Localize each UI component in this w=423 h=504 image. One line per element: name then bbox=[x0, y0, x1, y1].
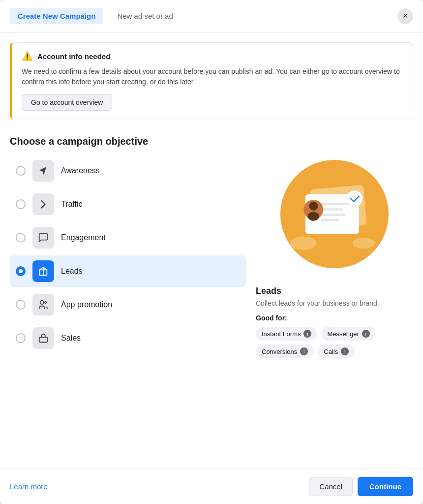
alert-title: Account info needed bbox=[37, 52, 110, 61]
objective-awareness[interactable]: Awareness bbox=[10, 155, 246, 187]
radio-traffic[interactable] bbox=[16, 199, 26, 209]
objective-engagement[interactable]: Engagement bbox=[10, 222, 246, 253]
tag-instant-forms: Instant Forms i bbox=[256, 327, 317, 341]
close-button[interactable]: × bbox=[397, 8, 413, 24]
conversions-info-icon[interactable]: i bbox=[300, 347, 308, 355]
messenger-info-icon[interactable]: i bbox=[362, 330, 370, 338]
engagement-icon bbox=[32, 227, 54, 249]
svg-rect-9 bbox=[321, 203, 350, 205]
svg-rect-12 bbox=[321, 219, 339, 221]
learn-more-link[interactable]: Learn more bbox=[10, 482, 48, 491]
app-promotion-icon bbox=[32, 294, 54, 315]
radio-sales[interactable] bbox=[16, 333, 26, 343]
svg-point-14 bbox=[309, 202, 318, 211]
detail-description: Collect leads for your business or brand… bbox=[256, 299, 379, 307]
tab-new-adset[interactable]: New ad set or ad bbox=[109, 8, 181, 24]
svg-rect-10 bbox=[321, 208, 343, 211]
alert-body: We need to confirm a few details about y… bbox=[22, 66, 403, 87]
tag-conversions-label: Conversions bbox=[262, 348, 297, 355]
awareness-label: Awareness bbox=[61, 166, 100, 175]
sales-icon bbox=[32, 327, 54, 349]
section-title: Choose a campaign objective bbox=[0, 124, 423, 155]
svg-point-16 bbox=[347, 190, 363, 207]
footer-actions: Cancel Continue bbox=[309, 477, 413, 496]
modal: Create New Campaign New ad set or ad × ⚠… bbox=[0, 0, 423, 504]
traffic-label: Traffic bbox=[61, 200, 83, 209]
warning-icon: ⚠️ bbox=[22, 51, 32, 62]
tag-messenger-label: Messenger bbox=[327, 330, 359, 338]
sales-label: Sales bbox=[61, 334, 81, 343]
objectives-list: Awareness Traffic bbox=[10, 155, 246, 413]
instant-forms-info-icon[interactable]: i bbox=[303, 330, 311, 338]
good-for-label: Good for: bbox=[256, 314, 287, 322]
svg-point-15 bbox=[307, 212, 319, 220]
radio-awareness[interactable] bbox=[16, 166, 26, 176]
leads-icon bbox=[32, 260, 54, 282]
traffic-icon bbox=[32, 193, 54, 215]
svg-point-4 bbox=[45, 302, 47, 304]
calls-info-icon[interactable]: i bbox=[341, 347, 349, 355]
leads-illustration bbox=[280, 160, 389, 268]
cancel-button[interactable]: Cancel bbox=[309, 477, 353, 496]
continue-button[interactable]: Continue bbox=[358, 477, 413, 496]
tag-instant-forms-label: Instant Forms bbox=[262, 330, 301, 338]
tag-calls-label: Calls bbox=[324, 348, 338, 355]
tab-create-campaign[interactable]: Create New Campaign bbox=[10, 8, 103, 24]
go-to-account-overview-button[interactable]: Go to account overview bbox=[22, 94, 112, 111]
detail-title: Leads bbox=[256, 286, 281, 296]
awareness-icon bbox=[32, 160, 54, 182]
modal-header: Create New Campaign New ad set or ad × bbox=[0, 0, 423, 32]
tag-calls: Calls i bbox=[318, 345, 355, 358]
svg-rect-5 bbox=[39, 337, 48, 342]
radio-app-promotion[interactable] bbox=[16, 300, 26, 310]
tag-conversions: Conversions i bbox=[256, 345, 314, 358]
svg-point-17 bbox=[290, 236, 317, 250]
detail-panel: Leads Collect leads for your business or… bbox=[256, 155, 413, 413]
modal-footer: Learn more Cancel Continue bbox=[0, 469, 423, 504]
radio-leads[interactable] bbox=[16, 266, 26, 276]
objective-app-promotion[interactable]: App promotion bbox=[10, 289, 246, 320]
tags-container: Instant Forms i Messenger i Conversions … bbox=[256, 327, 413, 358]
objective-leads[interactable]: Leads bbox=[10, 255, 246, 287]
svg-point-18 bbox=[352, 238, 374, 249]
objective-sales[interactable]: Sales bbox=[10, 322, 246, 354]
svg-rect-11 bbox=[321, 214, 346, 216]
engagement-label: Engagement bbox=[61, 233, 106, 242]
alert-box: ⚠️ Account info needed We need to confir… bbox=[10, 42, 413, 119]
tag-messenger: Messenger i bbox=[321, 327, 375, 341]
leads-label: Leads bbox=[61, 267, 83, 276]
alert-header: ⚠️ Account info needed bbox=[22, 51, 403, 62]
app-promotion-label: App promotion bbox=[61, 300, 112, 309]
objective-traffic[interactable]: Traffic bbox=[10, 189, 246, 220]
svg-point-3 bbox=[40, 301, 44, 304]
content-area: Awareness Traffic bbox=[0, 155, 423, 413]
radio-engagement[interactable] bbox=[16, 233, 26, 243]
